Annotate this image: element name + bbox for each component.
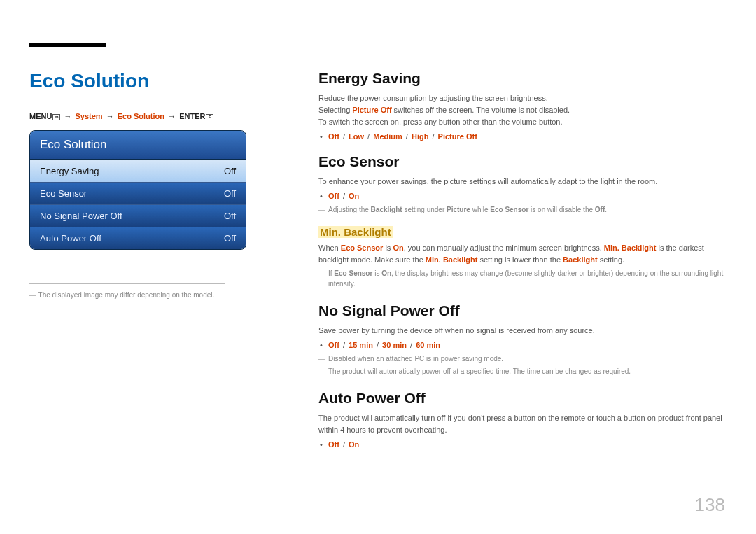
option-value: On bbox=[349, 440, 359, 449]
options-eco-sensor: Off / On bbox=[328, 192, 724, 200]
text-energy-saving-2: Selecting Picture Off switches off the s… bbox=[318, 104, 724, 116]
note-no-signal-1: Disabled when an attached PC is in power… bbox=[328, 353, 724, 365]
osd-panel: Eco Solution Energy SavingOffEco SensorO… bbox=[29, 130, 246, 250]
heading-no-signal: No Signal Power Off bbox=[318, 302, 724, 319]
option-value: 30 min bbox=[382, 341, 407, 349]
option-value: Medium bbox=[373, 132, 402, 141]
page-title: Eco Solution bbox=[29, 70, 267, 92]
option-value: Off bbox=[328, 341, 340, 349]
osd-item-energy-saving[interactable]: Energy SavingOff bbox=[30, 160, 246, 182]
header-accent-bar bbox=[29, 43, 106, 47]
osd-item-eco-sensor[interactable]: Eco SensorOff bbox=[30, 182, 246, 204]
osd-item-label: No Signal Power Off bbox=[40, 211, 122, 221]
heading-eco-sensor: Eco Sensor bbox=[318, 153, 724, 170]
text-energy-saving-1: Reduce the power consumption by adjustin… bbox=[318, 92, 724, 104]
option-value: Off bbox=[328, 132, 340, 141]
osd-item-label: Eco Sensor bbox=[40, 188, 87, 199]
osd-item-auto-power-off[interactable]: Auto Power OffOff bbox=[30, 227, 246, 249]
left-column: Eco Solution MENUm → System → Eco Soluti… bbox=[29, 70, 267, 299]
text-min-backlight: When Eco Sensor is On, you can manually … bbox=[318, 242, 724, 266]
options-energy-saving: Off / Low / Medium / High / Picture Off bbox=[328, 132, 724, 141]
osd-item-value: Off bbox=[224, 211, 236, 221]
text-no-signal-1: Save power by turning the device off whe… bbox=[318, 325, 724, 337]
osd-item-label: Energy Saving bbox=[40, 166, 99, 176]
options-auto-power: Off / On bbox=[328, 440, 724, 449]
caption-rule bbox=[29, 283, 225, 284]
osd-item-value: Off bbox=[224, 233, 236, 244]
osd-header: Eco Solution bbox=[30, 131, 246, 160]
options-no-signal: Off / 15 min / 30 min / 60 min bbox=[328, 341, 724, 349]
breadcrumb-eco: Eco Solution bbox=[118, 112, 164, 120]
osd-item-no-signal-power-off[interactable]: No Signal Power OffOff bbox=[30, 204, 246, 227]
option-value: High bbox=[412, 132, 428, 141]
note-no-signal-2: The product will automatically power off… bbox=[328, 366, 724, 377]
osd-item-value: Off bbox=[224, 166, 236, 176]
breadcrumb: MENUm → System → Eco Solution → ENTERE bbox=[29, 112, 267, 120]
option-value: Off bbox=[328, 192, 340, 200]
option-value: Off bbox=[328, 440, 340, 449]
page-number: 138 bbox=[695, 494, 725, 516]
text-energy-saving-3: To switch the screen on, press any butto… bbox=[318, 116, 724, 128]
menu-icon: m bbox=[52, 114, 60, 120]
breadcrumb-menu: MENU bbox=[29, 112, 52, 120]
header-rule bbox=[29, 45, 727, 45]
heading-auto-power: Auto Power Off bbox=[318, 390, 724, 407]
osd-item-value: Off bbox=[224, 188, 236, 199]
option-value: Low bbox=[349, 132, 364, 141]
osd-item-label: Auto Power Off bbox=[40, 233, 102, 244]
option-value: On bbox=[349, 192, 359, 200]
enter-icon: E bbox=[206, 114, 214, 120]
heading-min-backlight: Min. Backlight bbox=[318, 226, 393, 238]
option-value: 60 min bbox=[416, 341, 440, 349]
right-column: Energy Saving Reduce the power consumpti… bbox=[318, 70, 724, 453]
text-auto-power-1: The product will automatically turn off … bbox=[318, 412, 724, 436]
note-eco-sensor-1: Adjusting the Backlight setting under Pi… bbox=[328, 204, 724, 216]
breadcrumb-system: System bbox=[76, 112, 103, 120]
option-value: Picture Off bbox=[438, 132, 477, 141]
breadcrumb-enter: ENTER bbox=[179, 112, 205, 120]
option-value: 15 min bbox=[349, 341, 373, 349]
model-caption: The displayed image may differ depending… bbox=[29, 291, 267, 299]
heading-energy-saving: Energy Saving bbox=[318, 70, 724, 87]
note-min-backlight: If Eco Sensor is On, the display brightn… bbox=[328, 268, 724, 290]
text-eco-sensor-1: To enhance your power savings, the pictu… bbox=[318, 176, 724, 188]
